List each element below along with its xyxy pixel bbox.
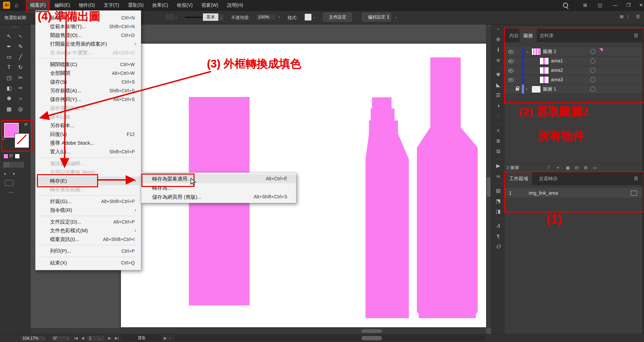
export-submenu-item-轉存為螢幕適用[interactable]: 轉存為螢幕適用...Alt+Ctrl+E bbox=[141, 174, 296, 183]
menubar-item-編輯(E)[interactable]: 編輯(E) bbox=[50, 0, 75, 10]
first-artboard-icon[interactable]: |◀ bbox=[74, 335, 78, 341]
scroll-up-icon[interactable]: ⌃ bbox=[486, 24, 491, 29]
file-menu-item-全部關閉[interactable]: 全部關閉Alt+Ctrl+W bbox=[36, 69, 141, 78]
file-menu-item-關閉檔案(C)[interactable]: 關閉檔案(C)Ctrl+W bbox=[36, 60, 141, 69]
expand-chevron-icon[interactable]: ⌄ bbox=[526, 47, 529, 56]
appearance-icon[interactable]: ◌ bbox=[491, 113, 505, 119]
gradient-icon[interactable]: ◣ bbox=[491, 82, 505, 88]
file-menu-item-置入(L)[interactable]: 置入(L)...Shift+Ctrl+P bbox=[36, 147, 141, 156]
artboard-icon[interactable] bbox=[631, 191, 637, 196]
transparency-icon[interactable]: ◑ bbox=[491, 103, 505, 108]
selection-tool[interactable]: ↖ bbox=[4, 32, 14, 41]
paragraph-icon[interactable]: ¶ bbox=[491, 233, 505, 239]
vertical-scroll-thumb[interactable] bbox=[487, 177, 490, 197]
minimize-icon[interactable]: — bbox=[611, 2, 619, 8]
layer-thumbnail[interactable] bbox=[540, 76, 549, 84]
hamburger-icon[interactable]: ☰ bbox=[636, 14, 640, 19]
document-hscroll-thumb[interactable] bbox=[361, 336, 382, 340]
pathfinder-icon[interactable]: ⧉ bbox=[491, 148, 505, 154]
layer-row-area1[interactable]: area1 bbox=[505, 56, 642, 66]
locate-object-icon[interactable]: ⌖ bbox=[557, 165, 559, 170]
tab-artboards[interactable]: 工作區域 bbox=[505, 172, 532, 185]
chevron-down-icon[interactable]: ⌄ bbox=[67, 335, 70, 341]
graphic-styles-icon[interactable]: ⬔ bbox=[491, 198, 505, 204]
close-icon[interactable]: ✕ bbox=[637, 2, 644, 8]
file-menu-item-從範本新增(T)[interactable]: 從範本新增(T)...Shift+Ctrl+N bbox=[36, 22, 141, 31]
vertical-scrollbar[interactable]: ⌃ bbox=[486, 24, 491, 328]
chevron-down-icon[interactable]: ⌄ bbox=[218, 13, 224, 21]
home-icon[interactable]: ⌂ bbox=[15, 1, 18, 9]
symbols-icon[interactable]: ▤ bbox=[491, 188, 505, 194]
layer-row-area2[interactable]: area2 bbox=[505, 66, 642, 75]
none-chip[interactable] bbox=[15, 154, 20, 159]
file-menu-item-文件設定(D)[interactable]: 文件設定(D)...Alt+Ctrl+P bbox=[36, 217, 141, 226]
horizontal-scrollbar[interactable] bbox=[30, 328, 486, 334]
menubar-item-視窗(W)[interactable]: 視窗(W) bbox=[197, 0, 223, 10]
visibility-eye-icon[interactable] bbox=[508, 78, 514, 82]
style-swatch[interactable] bbox=[304, 13, 312, 21]
color-chip[interactable] bbox=[3, 154, 8, 159]
screen-mode-alt-icon[interactable]: ◑ bbox=[12, 171, 15, 176]
artboards-icon[interactable]: ⌗ bbox=[491, 128, 505, 134]
file-menu-item-另存範本[interactable]: 另存範本... bbox=[36, 121, 141, 130]
new-sublayer-icon[interactable]: ⊟ bbox=[575, 165, 578, 170]
transform-icon[interactable]: ⧈ bbox=[491, 57, 505, 63]
pen-tool[interactable]: ✒ bbox=[4, 42, 14, 51]
file-menu-item-檔案資訊(I)[interactable]: 檔案資訊(I)...Alt+Shift+Ctrl+I bbox=[36, 235, 141, 244]
menubar-item-檔案(F)[interactable]: 檔案(F) bbox=[26, 0, 50, 10]
chevron-down-icon[interactable]: ⌄ bbox=[43, 335, 46, 341]
rectangle-tool[interactable]: ▭ bbox=[4, 52, 14, 62]
layer-row-圖層 2[interactable]: ⌄圖層 2 bbox=[505, 47, 642, 56]
file-menu-item-封裝(G)[interactable]: 封裝(G)...Alt+Shift+Ctrl+P bbox=[36, 197, 141, 206]
layer-row-area3[interactable]: area3 bbox=[505, 75, 642, 85]
stroke-color-swatch[interactable] bbox=[15, 134, 29, 148]
chevron-down-icon[interactable]: ⌄ bbox=[313, 15, 316, 19]
document-hscrollbar[interactable] bbox=[175, 335, 485, 341]
file-menu-item-開啟舊檔(O)[interactable]: 開啟舊檔(O)...Ctrl+O bbox=[36, 31, 141, 40]
file-menu-item-另存新檔(A)[interactable]: 另存新檔(A)...Shift+Ctrl+S bbox=[36, 86, 141, 95]
chevron-right-icon[interactable]: › bbox=[278, 15, 280, 19]
target-circle[interactable] bbox=[590, 58, 595, 63]
last-artboard-icon[interactable]: ▶| bbox=[115, 335, 119, 341]
visibility-eye-icon[interactable] bbox=[508, 59, 514, 63]
stroke-icon[interactable]: ☰ bbox=[491, 92, 505, 98]
dock-columns-icon[interactable]: ⫶ bbox=[628, 14, 629, 19]
layer-row-圖層 1[interactable]: ›圖層 1 bbox=[505, 85, 642, 94]
visibility-eye-icon[interactable] bbox=[508, 69, 514, 72]
draw-normal-icon[interactable] bbox=[3, 162, 10, 167]
panel-menu-icon[interactable]: ☰ bbox=[634, 176, 638, 181]
chevron-down-icon[interactable]: ⌄ bbox=[175, 15, 177, 19]
target-circle[interactable] bbox=[590, 49, 595, 54]
layer-name[interactable]: area2 bbox=[551, 66, 563, 75]
screen-mode-icon[interactable]: ◐ bbox=[4, 171, 7, 176]
artboard-navigation-select[interactable]: 1 bbox=[87, 335, 105, 342]
eyedropper-tool[interactable]: ✑ bbox=[15, 84, 26, 93]
menubar-item-物件(O)[interactable]: 物件(O) bbox=[75, 0, 99, 10]
separations-icon[interactable]: ◨ bbox=[491, 208, 505, 214]
character-icon[interactable]: A bbox=[491, 223, 505, 229]
clipping-mask-icon[interactable]: ▣ bbox=[566, 165, 570, 170]
collapse-panels-icon[interactable]: « bbox=[491, 27, 505, 31]
change-screen-mode[interactable] bbox=[5, 180, 13, 186]
align-icon[interactable]: ≣ bbox=[491, 138, 505, 144]
layer-name[interactable]: 圖層 2 bbox=[543, 47, 556, 56]
expand-chevron-icon[interactable]: › bbox=[526, 85, 527, 94]
layer-thumbnail[interactable] bbox=[540, 67, 549, 74]
arrange-documents-icon[interactable]: ◫ bbox=[596, 2, 604, 8]
layer-name[interactable]: area3 bbox=[551, 75, 563, 84]
lock-icon[interactable] bbox=[516, 88, 519, 91]
app-logo[interactable]: Ai bbox=[3, 2, 10, 9]
eraser-tool[interactable]: ◳ bbox=[4, 73, 14, 83]
menubar-item-說明(H)[interactable]: 說明(H) bbox=[223, 0, 247, 10]
zoom-level-select[interactable]: 104.17% bbox=[20, 335, 45, 342]
swap-fill-stroke-icon[interactable]: ⇄ bbox=[24, 122, 27, 127]
layer-name[interactable]: 圖層 1 bbox=[543, 85, 556, 94]
target-circle[interactable] bbox=[590, 87, 595, 92]
scissors-tool[interactable]: ✂ bbox=[15, 73, 26, 83]
links-icon[interactable]: ∞ bbox=[491, 173, 505, 179]
direct-selection-tool[interactable]: ↖ bbox=[15, 32, 26, 41]
color-guide-icon[interactable]: ⊛ bbox=[491, 36, 505, 42]
file-menu-item-搜尋 Adobe Stock[interactable]: 搜尋 Adobe Stock... bbox=[36, 139, 141, 147]
layer-name[interactable]: area1 bbox=[551, 56, 563, 65]
file-menu-item-儲存(S)[interactable]: 儲存(S)Ctrl+S bbox=[36, 78, 141, 86]
